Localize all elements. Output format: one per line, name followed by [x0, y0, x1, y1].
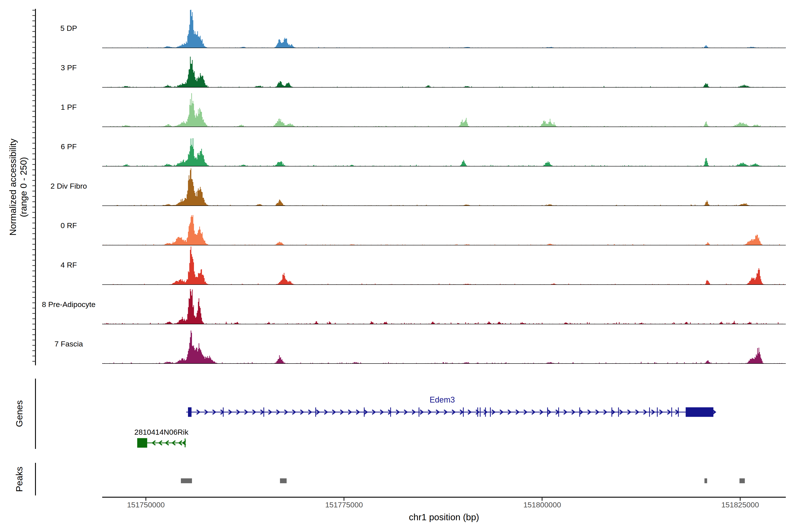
peaks-panel-label: Peaks	[14, 446, 25, 513]
x-axis-title: chr1 position (bp)	[388, 512, 499, 522]
gene-label-2810414n06rik: 2810414N06Rik	[117, 428, 206, 436]
track-label-0-rf: 0 RF	[31, 221, 107, 230]
x-tick-label-151800000: 151800000	[507, 500, 578, 509]
track-label-1-pf: 1 PF	[31, 103, 107, 112]
x-tick-label-151825000: 151825000	[705, 500, 776, 509]
gene-label-edem3: Edem3	[398, 395, 487, 404]
genome-browser-canvas	[0, 0, 798, 532]
y-axis-label-line1: Normalized accessibility	[7, 93, 18, 281]
y-axis-label-line2: (range 0 - 250)	[18, 93, 29, 281]
track-label-7-fascia: 7 Fascia	[31, 340, 107, 348]
x-tick-label-151750000: 151750000	[110, 500, 181, 509]
coverage-plot-page: Normalized accessibility (range 0 - 250)…	[0, 0, 798, 532]
x-tick-label-151775000: 151775000	[308, 500, 380, 509]
genes-panel-label: Genes	[14, 380, 25, 447]
track-label-6-pf: 6 PF	[31, 142, 107, 151]
track-label-5-dp: 5 DP	[31, 24, 107, 33]
track-label-8-pre-adipocyte: 8 Pre-Adipocyte	[31, 300, 107, 309]
track-label-2-div-fibro: 2 Div Fibro	[31, 182, 107, 191]
track-label-4-rf: 4 RF	[31, 261, 107, 269]
track-label-3-pf: 3 PF	[31, 63, 107, 72]
y-axis-label: Normalized accessibility (range 0 - 250)	[7, 93, 29, 281]
